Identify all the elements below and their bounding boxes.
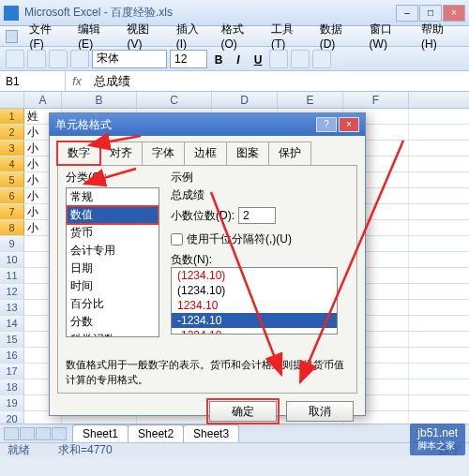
tab-protection[interactable]: 保护 [268,141,311,165]
decimal-row: 小数位数(D): [171,207,276,224]
col-header-e[interactable]: E [278,92,343,108]
decimal-input[interactable] [238,207,276,224]
row-header[interactable]: 14 [0,316,24,331]
tab-alignment[interactable]: 对齐 [99,141,143,165]
row-header[interactable]: 1 [0,109,24,124]
menu-tools[interactable]: 工具(T) [265,20,312,52]
negative-format-item[interactable]: 1234.10 [172,298,337,313]
tab-next-icon[interactable] [36,427,51,440]
category-item[interactable]: 常规 [67,188,159,206]
row-header[interactable]: 13 [0,300,24,315]
row-header[interactable]: 5 [0,172,24,187]
category-item[interactable]: 会计专用 [67,242,159,260]
menu-help[interactable]: 帮助(H) [416,20,463,52]
status-ready: 就绪 [8,442,30,458]
dialog-titlebar[interactable]: 单元格格式 ? × [50,113,365,136]
negative-format-item[interactable]: (1234.10) [172,283,337,298]
category-item[interactable]: 分数 [67,313,159,331]
menu-format[interactable]: 格式(O) [216,20,265,52]
category-item[interactable]: 百分比 [67,295,159,313]
col-header-d[interactable]: D [212,92,278,108]
menu-insert[interactable]: 插入(I) [171,20,214,52]
category-item[interactable]: 科学记数 [67,331,159,337]
thousands-checkbox[interactable] [171,233,183,245]
underline-button[interactable]: U [250,51,266,67]
excel-icon [4,6,19,21]
negative-label: 负数(N): [171,252,212,268]
row-header[interactable]: 11 [0,268,24,283]
col-header-c[interactable]: C [137,92,212,108]
menu-view[interactable]: 视图(V) [121,20,168,52]
row-header[interactable]: 8 [0,220,24,235]
bold-button[interactable]: B [210,51,227,67]
menu-data[interactable]: 数据(D) [314,20,362,52]
select-all-corner[interactable] [0,92,24,108]
row-header[interactable]: 10 [0,252,24,267]
fx-button[interactable]: fx [66,75,88,88]
row-header[interactable]: 16 [0,348,24,363]
align-right-icon[interactable] [312,50,331,68]
dialog-tabs: 数字 对齐 字体 边框 图案 保护 [50,136,365,165]
open-icon[interactable] [27,50,46,68]
align-left-icon[interactable] [269,50,288,68]
tab-pattern[interactable]: 图案 [226,141,269,165]
col-header-a[interactable]: A [24,92,62,108]
print-icon[interactable] [70,50,89,68]
tab-font[interactable]: 字体 [142,141,185,165]
sample-value: 总成绩 [171,187,204,203]
dialog-title: 单元格格式 [55,117,316,133]
watermark-url: jb51.net [417,426,458,439]
row-header[interactable]: 4 [0,156,24,171]
row-header[interactable]: 3 [0,141,24,156]
row-header[interactable]: 6 [0,188,24,203]
negative-format-item[interactable]: -1234.10 [172,328,337,335]
row-header[interactable]: 2 [0,125,24,140]
font-select[interactable]: 宋体 [92,50,167,68]
category-item[interactable]: 数值 [67,206,159,224]
italic-button[interactable]: I [230,51,247,67]
category-item[interactable]: 日期 [67,260,159,277]
negative-list[interactable]: (1234.10)(1234.10)1234.10-1234.10-1234.1… [171,267,338,335]
app-menu-icon[interactable] [6,30,18,43]
minimize-button[interactable]: – [396,5,418,22]
row-header[interactable]: 17 [0,364,24,379]
formula-value[interactable]: 总成绩 [88,73,469,90]
new-icon[interactable] [6,50,24,68]
save-icon[interactable] [49,50,68,68]
tab-first-icon[interactable] [4,427,19,440]
negative-format-item[interactable]: -1234.10 [172,313,337,328]
window-buttons: – □ × [396,5,465,22]
align-center-icon[interactable] [291,50,310,68]
dialog-help-button[interactable]: ? [316,117,337,132]
close-button[interactable]: × [443,5,465,22]
menu-window[interactable]: 窗口(W) [364,20,414,52]
category-list[interactable]: 常规数值货币会计专用日期时间百分比分数科学记数文本特殊自定义 [66,187,159,337]
row-header[interactable]: 12 [0,284,24,299]
negative-format-item[interactable]: (1234.10) [172,268,337,283]
name-box[interactable]: B1 [0,71,66,91]
category-item[interactable]: 时间 [67,277,159,295]
dialog-close-button[interactable]: × [339,117,359,132]
ok-button[interactable]: 确定 [209,401,277,422]
row-header[interactable]: 9 [0,236,24,251]
row-header[interactable]: 7 [0,204,24,219]
font-size-select[interactable]: 12 [170,50,207,68]
row-header[interactable]: 19 [0,395,24,410]
cancel-button[interactable]: 取消 [286,401,354,422]
menu-file[interactable]: 文件(F) [23,20,70,52]
formula-bar: B1 fx 总成绩 [0,71,469,92]
maximize-button[interactable]: □ [419,5,442,22]
dialog-window-buttons: ? × [316,117,359,132]
tab-prev-icon[interactable] [20,427,35,440]
watermark: jb51.net 脚本之家 [410,424,465,455]
col-header-b[interactable]: B [62,92,137,108]
category-item[interactable]: 货币 [67,224,159,242]
menu-edit[interactable]: 编辑(E) [72,20,119,52]
tab-number[interactable]: 数字 [57,141,100,165]
dialog-footer: 确定 取消 [50,401,365,431]
row-header[interactable]: 15 [0,332,24,347]
col-header-f[interactable]: F [343,92,409,108]
row-header[interactable]: 18 [0,379,24,394]
status-bar: 就绪 求和=4770 数字 [0,442,469,457]
tab-border[interactable]: 边框 [184,141,227,165]
